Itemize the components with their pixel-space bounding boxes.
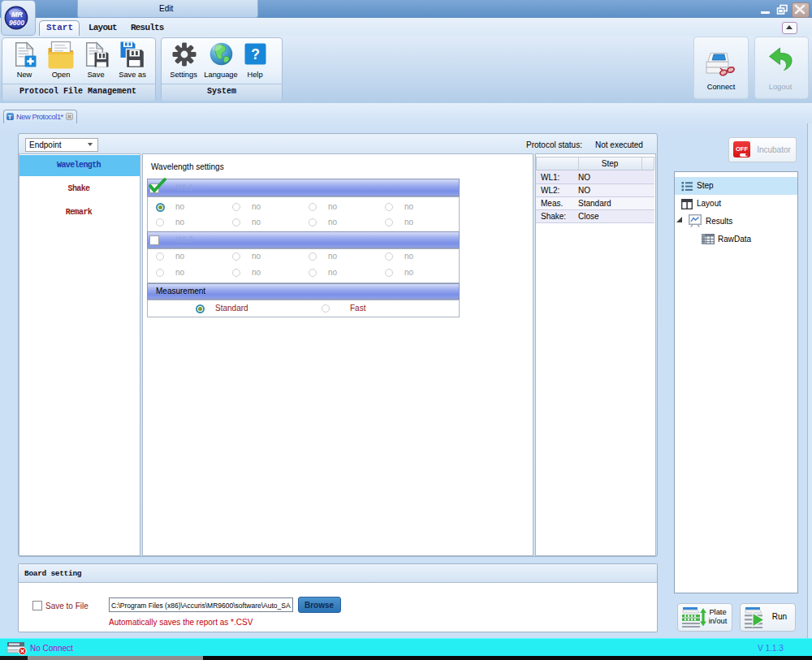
svg-text:MR: MR: [11, 11, 23, 19]
svg-text:9600: 9600: [9, 19, 24, 27]
svg-text:?: ?: [251, 46, 260, 63]
